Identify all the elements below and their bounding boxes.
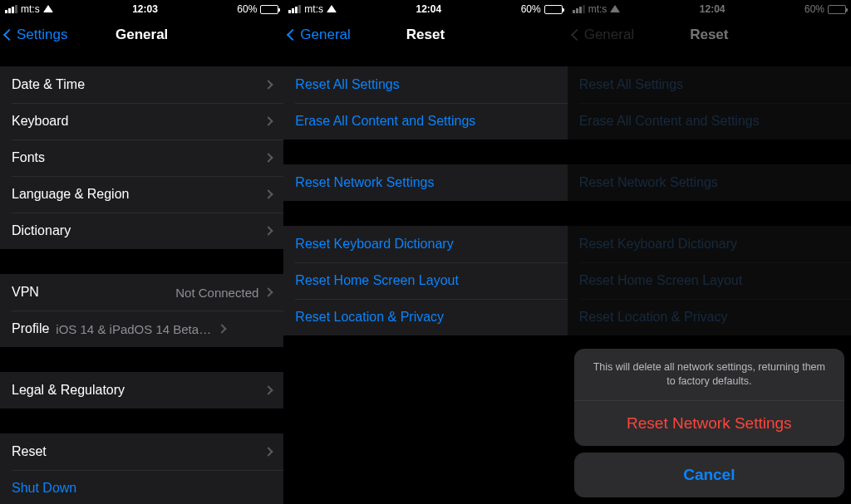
battery-percent: 60% (804, 3, 824, 15)
group-reset-a: Reset All Settings Erase All Content and… (283, 66, 567, 139)
battery-icon (260, 5, 278, 14)
chevron-left-icon (287, 29, 298, 41)
row-reset-all-settings[interactable]: Reset All Settings (283, 66, 567, 103)
page-title: Reset (690, 27, 728, 43)
row-reset-location-privacy[interactable]: Reset Location & Privacy (283, 299, 567, 335)
row-legal[interactable]: Legal & Regulatory (0, 372, 283, 409)
chevron-right-icon (264, 80, 273, 89)
row-label: Reset All Settings (579, 77, 683, 92)
row-label: Reset Home Screen Layout (579, 273, 743, 288)
action-sheet-message: This will delete all network settings, r… (574, 349, 844, 400)
signal-bars-icon (288, 5, 301, 13)
row-fonts[interactable]: Fonts (0, 139, 283, 176)
group-reset-c: Reset Keyboard Dictionary Reset Home Scr… (283, 226, 567, 335)
battery-icon (544, 5, 563, 14)
back-label: Settings (17, 27, 67, 43)
chevron-right-icon (264, 153, 273, 162)
signal-bars-icon (573, 5, 585, 13)
chevron-right-icon (218, 324, 227, 333)
carrier-label: mt:s (304, 3, 323, 15)
row-label: Legal & Regulatory (12, 383, 125, 398)
back-button[interactable]: General (288, 17, 350, 53)
row-label: Reset Keyboard Dictionary (295, 237, 453, 252)
row-reset-network: Reset Network Settings (568, 164, 851, 201)
row-reset[interactable]: Reset (0, 433, 283, 470)
chevron-left-icon (3, 29, 15, 41)
row-dictionary[interactable]: Dictionary (0, 213, 283, 249)
chevron-right-icon (264, 447, 273, 456)
action-sheet-card: This will delete all network settings, r… (574, 349, 844, 446)
row-erase-all[interactable]: Erase All Content and Settings (283, 103, 567, 139)
group-reset-c: Reset Keyboard Dictionary Reset Home Scr… (568, 226, 851, 335)
row-label: Erase All Content and Settings (579, 114, 760, 129)
row-erase-all: Erase All Content and Settings (568, 103, 851, 139)
clock: 12:03 (53, 3, 238, 15)
chevron-left-icon (571, 29, 583, 41)
screen-reset: mt:s 12:04 60% General Reset Reset All S… (283, 0, 567, 504)
reset-list: Reset All Settings Erase All Content and… (283, 66, 567, 335)
carrier-label: mt:s (588, 3, 608, 15)
page-title: Reset (406, 27, 445, 43)
row-profile[interactable]: Profile iOS 14 & iPadOS 14 Beta Softwar.… (0, 311, 283, 347)
row-keyboard[interactable]: Keyboard (0, 103, 283, 139)
status-bar: mt:s 12:04 60% (568, 0, 851, 17)
row-shut-down[interactable]: Shut Down (0, 470, 283, 504)
row-reset-home-layout[interactable]: Reset Home Screen Layout (283, 262, 567, 299)
row-date-time[interactable]: Date & Time (0, 66, 283, 103)
group-legal: Legal & Regulatory (0, 372, 283, 409)
battery-percent: 60% (521, 3, 541, 15)
back-label: General (584, 27, 634, 43)
clock: 12:04 (337, 3, 521, 15)
row-label: VPN (12, 285, 39, 300)
wifi-icon (43, 5, 53, 12)
chevron-right-icon (264, 116, 273, 125)
row-label: Keyboard (12, 114, 69, 129)
row-label: Profile (12, 321, 49, 336)
status-bar: mt:s 12:03 60% (0, 0, 283, 17)
group-general-prefs: Date & Time Keyboard Fonts Language & Re… (0, 66, 283, 249)
back-button: General (573, 17, 634, 53)
nav-bar: General Reset (283, 17, 567, 53)
group-reset-a: Reset All Settings Erase All Content and… (568, 66, 851, 139)
row-reset-location-privacy: Reset Location & Privacy (568, 299, 851, 335)
action-sheet-cancel: Cancel (574, 453, 844, 497)
settings-list: Date & Time Keyboard Fonts Language & Re… (0, 66, 283, 504)
row-reset-all-settings: Reset All Settings (568, 66, 851, 103)
battery-icon (828, 5, 846, 14)
row-label: Reset Location & Privacy (295, 310, 444, 325)
reset-list: Reset All Settings Erase All Content and… (568, 66, 851, 335)
row-label: Fonts (12, 150, 45, 165)
row-language-region[interactable]: Language & Region (0, 176, 283, 213)
row-value: iOS 14 & iPadOS 14 Beta Softwar... (56, 322, 212, 336)
row-reset-keyboard-dict[interactable]: Reset Keyboard Dictionary (283, 226, 567, 262)
row-label: Dictionary (12, 223, 71, 238)
chevron-right-icon (264, 189, 273, 198)
confirm-reset-network-button[interactable]: Reset Network Settings (574, 401, 844, 446)
group-reset-b: Reset Network Settings (568, 164, 851, 201)
chevron-right-icon (264, 226, 273, 235)
status-bar: mt:s 12:04 60% (283, 0, 567, 17)
wifi-icon (610, 5, 620, 12)
row-label: Date & Time (12, 77, 85, 92)
row-label: Reset Home Screen Layout (295, 273, 459, 288)
back-button[interactable]: Settings (5, 17, 67, 53)
row-reset-network[interactable]: Reset Network Settings (283, 164, 567, 201)
chevron-right-icon (264, 385, 273, 394)
clock: 12:04 (620, 3, 804, 15)
page-title: General (116, 27, 168, 43)
row-label: Reset Keyboard Dictionary (579, 237, 737, 252)
nav-bar: Settings General (0, 17, 283, 53)
row-label: Erase All Content and Settings (295, 114, 475, 129)
row-label: Shut Down (12, 481, 76, 496)
signal-bars-icon (5, 5, 17, 13)
row-vpn[interactable]: VPN Not Connected (0, 274, 283, 311)
wifi-icon (327, 5, 337, 12)
screen-general: mt:s 12:03 60% Settings General Date & T… (0, 0, 283, 504)
action-sheet: This will delete all network settings, r… (574, 349, 844, 497)
back-label: General (300, 27, 350, 43)
row-label: Reset Network Settings (579, 175, 718, 190)
cancel-button[interactable]: Cancel (574, 453, 844, 497)
row-label: Language & Region (12, 187, 129, 202)
nav-bar: General Reset (568, 17, 851, 53)
group-reset: Reset Shut Down (0, 433, 283, 504)
